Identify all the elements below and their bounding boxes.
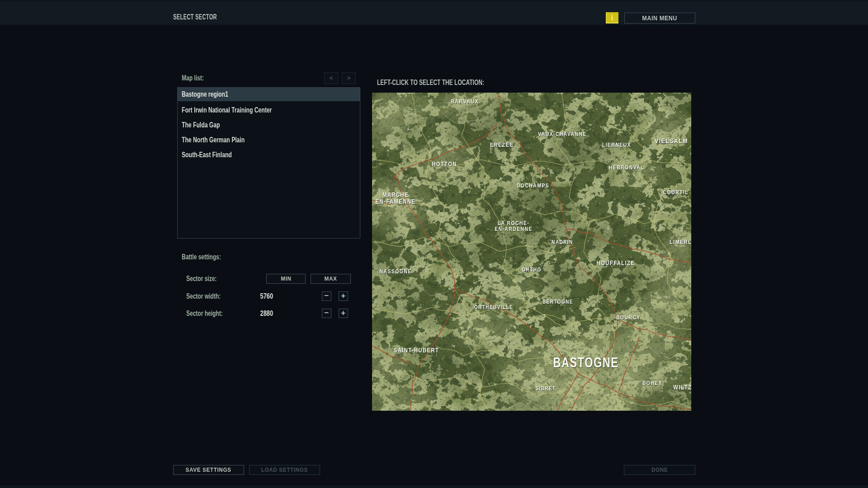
svg-text:HOUFFALIZE: HOUFFALIZE <box>597 260 635 267</box>
svg-text:BOHEY: BOHEY <box>642 380 662 386</box>
svg-text:LIERNEUX: LIERNEUX <box>602 141 631 148</box>
svg-text:EN-ARDENNE: EN-ARDENNE <box>495 225 533 232</box>
svg-text:EN-FAMENNE: EN-FAMENNE <box>376 198 415 205</box>
svg-text:BASTOGNE: BASTOGNE <box>553 355 618 371</box>
svg-text:SIBRET: SIBRET <box>535 385 556 391</box>
svg-text:VIELSALM: VIELSALM <box>655 137 688 145</box>
svg-text:MARCHE: MARCHE <box>382 192 409 198</box>
svg-text:NADRIN: NADRIN <box>552 239 573 245</box>
svg-text:ORTHO: ORTHO <box>522 267 541 272</box>
svg-text:ORTHEUVILLE: ORTHEUVILLE <box>474 304 513 310</box>
svg-text:LIMERLÉ: LIMERLÉ <box>670 238 691 246</box>
svg-text:HOTTON: HOTTON <box>432 161 457 168</box>
svg-text:EREZÉE: EREZÉE <box>490 141 514 149</box>
svg-text:HÉBRONVAL: HÉBRONVAL <box>609 164 644 170</box>
svg-text:BARVAUX: BARVAUX <box>451 98 479 105</box>
svg-text:SAINT-HUBERT: SAINT-HUBERT <box>394 347 439 354</box>
svg-text:BOURCY: BOURCY <box>616 314 641 320</box>
svg-text:BERTOGNE: BERTOGNE <box>542 299 573 305</box>
svg-text:COURTIL: COURTIL <box>663 189 689 195</box>
svg-text:NASSOGNE: NASSOGNE <box>379 268 411 274</box>
svg-text:DOCHAMPS: DOCHAMPS <box>517 182 549 188</box>
svg-text:WILTZ: WILTZ <box>673 384 691 391</box>
svg-text:VAUX-CHAVANNE: VAUX-CHAVANNE <box>538 131 587 137</box>
